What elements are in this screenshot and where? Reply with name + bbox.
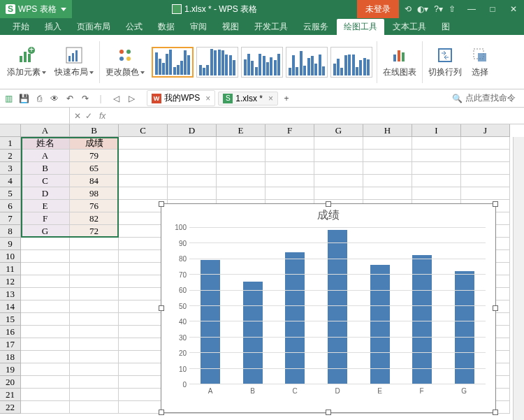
cell[interactable] <box>21 389 70 401</box>
resize-handle[interactable] <box>326 410 331 415</box>
cell[interactable] <box>70 401 119 414</box>
cell[interactable] <box>217 162 265 175</box>
row-header[interactable]: 22 <box>0 401 21 414</box>
cell[interactable] <box>21 376 70 389</box>
row-header[interactable]: 5 <box>0 187 21 200</box>
fx-icon[interactable]: fx <box>96 111 108 121</box>
col-header[interactable]: D <box>168 124 217 137</box>
add-element-button[interactable]: + 添加元素 <box>3 38 50 87</box>
cell[interactable] <box>70 338 119 351</box>
close-icon[interactable]: × <box>268 94 273 103</box>
cell[interactable]: 成绩 <box>70 137 119 150</box>
resize-handle[interactable] <box>159 410 164 415</box>
cell[interactable] <box>412 137 461 150</box>
confirm-fx-icon[interactable]: ✓ <box>85 111 92 121</box>
cell[interactable] <box>461 150 510 162</box>
row-header[interactable]: 9 <box>0 238 21 250</box>
cell[interactable] <box>21 363 70 376</box>
cell[interactable]: 65 <box>70 162 119 175</box>
cell[interactable] <box>314 137 363 150</box>
cell[interactable] <box>70 238 119 250</box>
resize-handle[interactable] <box>493 410 498 415</box>
new-icon[interactable]: ▥ <box>3 93 14 104</box>
row-header[interactable]: 12 <box>0 275 21 288</box>
cell[interactable] <box>119 150 168 162</box>
cell[interactable] <box>21 288 70 300</box>
cell[interactable] <box>314 175 363 187</box>
tab-1[interactable]: 插入 <box>38 19 68 35</box>
cell[interactable] <box>217 187 265 200</box>
col-header[interactable]: A <box>21 124 70 137</box>
forward-icon[interactable]: ▷ <box>126 93 137 104</box>
cell[interactable] <box>363 137 412 150</box>
cell[interactable] <box>314 162 363 175</box>
cell[interactable]: E <box>21 200 70 212</box>
vertical-scrollbar[interactable] <box>513 137 524 420</box>
cell[interactable] <box>119 137 168 150</box>
cell[interactable] <box>21 326 70 338</box>
cell[interactable] <box>21 275 70 288</box>
cell[interactable]: 76 <box>70 200 119 212</box>
cell[interactable] <box>461 162 510 175</box>
name-box[interactable] <box>0 108 70 124</box>
chart-style-1[interactable] <box>152 47 194 78</box>
row-header[interactable]: 19 <box>0 363 21 376</box>
cell[interactable] <box>21 263 70 275</box>
row-header[interactable]: 11 <box>0 263 21 275</box>
cell[interactable] <box>21 250 70 263</box>
row-header[interactable]: 17 <box>0 338 21 351</box>
cell[interactable]: 82 <box>70 212 119 225</box>
cell[interactable] <box>70 313 119 326</box>
col-header[interactable]: J <box>461 124 510 137</box>
cell[interactable] <box>363 162 412 175</box>
cell[interactable] <box>363 150 412 162</box>
tab-0[interactable]: 开始 <box>6 19 36 35</box>
resize-handle[interactable] <box>159 201 164 207</box>
tab-file[interactable]: S 1.xlsx * × <box>218 92 278 106</box>
row-header[interactable]: 8 <box>0 225 21 238</box>
column-headers[interactable]: ABCDEFGHIJ <box>21 124 510 137</box>
cell[interactable] <box>119 187 168 200</box>
row-header[interactable]: 18 <box>0 351 21 363</box>
cell[interactable] <box>119 175 168 187</box>
cell[interactable] <box>461 175 510 187</box>
cell[interactable]: 姓名 <box>21 137 70 150</box>
cell[interactable] <box>70 326 119 338</box>
row-header[interactable]: 7 <box>0 212 21 225</box>
row-header[interactable]: 13 <box>0 288 21 300</box>
cell[interactable]: G <box>21 225 70 238</box>
row-headers[interactable]: 12345678910111213141516171819202122 <box>0 137 21 414</box>
row-header[interactable]: 2 <box>0 150 21 162</box>
quick-layout-button[interactable]: 快速布局 <box>50 38 98 87</box>
row-header[interactable]: 1 <box>0 137 21 150</box>
cell[interactable] <box>70 363 119 376</box>
cell[interactable] <box>70 250 119 263</box>
row-header[interactable]: 3 <box>0 162 21 175</box>
chart-bar[interactable] <box>285 252 305 384</box>
cell[interactable] <box>21 238 70 250</box>
resize-handle[interactable] <box>493 305 498 311</box>
row-header[interactable]: 16 <box>0 326 21 338</box>
cell[interactable] <box>168 162 217 175</box>
cell[interactable] <box>70 275 119 288</box>
add-tab-icon[interactable]: + <box>281 93 292 104</box>
cell[interactable] <box>168 150 217 162</box>
chart-style-2[interactable] <box>196 47 238 78</box>
cell[interactable]: 84 <box>70 175 119 187</box>
col-header[interactable]: H <box>363 124 412 137</box>
save-icon[interactable]: 💾 <box>18 93 29 104</box>
cell[interactable] <box>363 175 412 187</box>
cell[interactable] <box>21 313 70 326</box>
switch-row-col-button[interactable]: 切换行列 <box>424 38 466 87</box>
cell[interactable] <box>265 175 314 187</box>
cell[interactable] <box>70 300 119 313</box>
help-icon[interactable]: ?▾ <box>434 4 443 14</box>
row-header[interactable]: 14 <box>0 300 21 313</box>
chart-bar[interactable] <box>201 260 220 384</box>
select-all-corner[interactable] <box>0 124 21 137</box>
row-header[interactable]: 15 <box>0 313 21 326</box>
app-menu[interactable]: S WPS 表格 <box>0 0 72 18</box>
preview-icon[interactable]: 👁 <box>49 93 60 104</box>
cell[interactable] <box>70 376 119 389</box>
login-button[interactable]: 未登录 <box>357 0 399 18</box>
